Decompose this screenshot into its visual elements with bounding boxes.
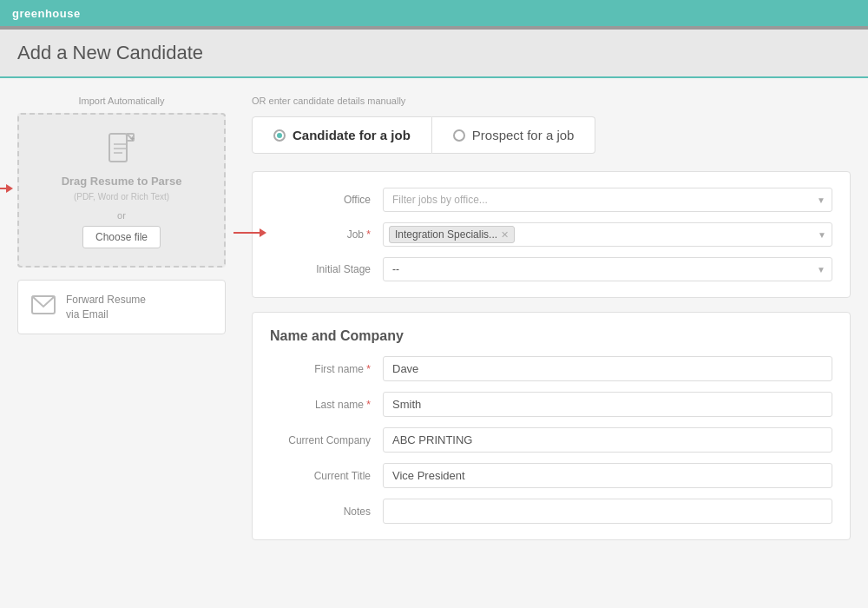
current-company-input[interactable]: [383, 427, 832, 453]
name-company-section: Name and Company First name * Last name …: [252, 312, 851, 540]
right-column: OR enter candidate details manually Cand…: [252, 96, 851, 608]
initial-stage-wrapper: -- ▼: [383, 257, 832, 281]
or-text: or: [117, 210, 126, 221]
drag-drop-subtext: (PDF, Word or Rich Text): [74, 192, 169, 202]
name-section-heading: Name and Company: [270, 328, 832, 344]
office-label: Office: [270, 194, 383, 206]
left-column: Import Automatically +: [17, 96, 226, 608]
candidate-option[interactable]: Candidate for a job: [252, 116, 432, 154]
current-title-label: Current Title: [270, 470, 383, 482]
logo: greenhouse: [12, 7, 81, 20]
notes-row: Notes: [270, 499, 832, 524]
prospect-option[interactable]: Prospect for a job: [432, 116, 596, 154]
file-icon: +: [108, 132, 135, 169]
svg-text:+: +: [130, 135, 135, 143]
page-title: Add a New Candidate: [17, 42, 851, 64]
job-tag-close[interactable]: ✕: [501, 229, 509, 241]
first-name-input[interactable]: [383, 356, 832, 381]
last-name-input[interactable]: [383, 392, 832, 417]
job-row: Job * Integration Specialis... ✕ ▼: [270, 222, 832, 247]
envelope-icon: [31, 295, 56, 320]
current-title-input[interactable]: [383, 463, 832, 488]
drag-drop-text: Drag Resume to Parse: [62, 175, 182, 189]
drag-drop-area[interactable]: + Drag Resume to Parse (PDF, Word or Ric…: [17, 113, 226, 268]
forward-resume-text: Forward Resume via Email: [66, 293, 146, 322]
notes-label: Notes: [270, 506, 383, 518]
initial-stage-row: Initial Stage -- ▼: [270, 257, 832, 281]
job-tag-arrow: ▼: [818, 230, 826, 240]
initial-stage-select[interactable]: --: [383, 257, 832, 281]
job-tag-wrapper[interactable]: Integration Specialis... ✕ ▼: [383, 222, 832, 247]
prospect-option-label: Prospect for a job: [472, 128, 575, 142]
type-selector: Candidate for a job Prospect for a job: [252, 116, 851, 154]
first-name-label: First name *: [270, 363, 383, 375]
job-label: Job *: [270, 228, 383, 241]
svg-marker-11: [260, 228, 266, 237]
svg-marker-1: [6, 184, 13, 193]
drag-drop-arrow: [0, 181, 13, 200]
or-manual-text: OR enter candidate details manually: [252, 96, 851, 106]
top-bar: greenhouse: [0, 0, 868, 26]
office-select-wrapper: Filter jobs by office... ▼: [383, 188, 832, 212]
notes-input[interactable]: [383, 499, 832, 524]
job-row-arrow: [233, 225, 266, 244]
prospect-radio-dot: [453, 129, 465, 142]
initial-stage-label: Initial Stage: [270, 263, 383, 275]
current-company-label: Current Company: [270, 434, 383, 446]
candidate-option-label: Candidate for a job: [293, 128, 411, 142]
page-header: Add a New Candidate: [0, 30, 868, 78]
current-company-row: Current Company: [270, 427, 832, 453]
office-row: Office Filter jobs by office... ▼: [270, 188, 832, 212]
forward-resume-box[interactable]: Forward Resume via Email: [17, 280, 226, 335]
office-select[interactable]: Filter jobs by office...: [383, 188, 832, 212]
main-content: Import Automatically +: [0, 78, 868, 608]
import-label: Import Automatically: [17, 96, 226, 106]
last-name-label: Last name *: [270, 399, 383, 411]
candidate-radio-dot: [273, 129, 286, 142]
choose-file-button[interactable]: Choose file: [82, 226, 161, 248]
job-tag: Integration Specialis... ✕: [389, 226, 515, 243]
current-title-row: Current Title: [270, 463, 832, 488]
job-tag-text: Integration Specialis...: [395, 228, 497, 241]
first-name-row: First name *: [270, 356, 832, 381]
job-fields-section: Office Filter jobs by office... ▼: [252, 171, 851, 298]
last-name-row: Last name *: [270, 392, 832, 417]
svg-rect-2: [109, 134, 127, 162]
